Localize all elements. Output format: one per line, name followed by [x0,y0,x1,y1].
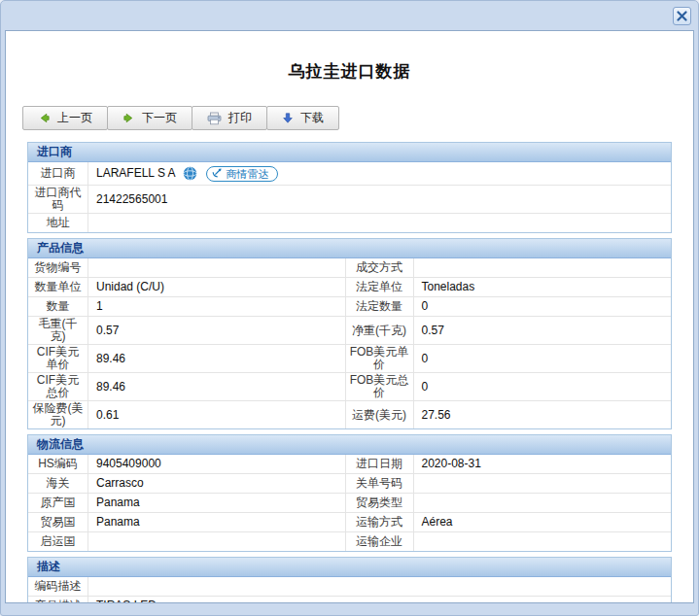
field-value [414,532,672,551]
button-label: 打印 [228,110,252,126]
field-label: 毛重(千克) [28,317,88,344]
field-label: 数量 [28,297,88,316]
field-label: 海关 [28,474,88,493]
field-value: 0.57 [414,317,672,344]
field-label: 法定单位 [345,278,414,296]
section-header-description: 描述 [28,558,671,577]
field-value: 0.61 [88,401,346,428]
field-label: FOB美元总价 [345,373,414,400]
button-label: 下一页 [142,110,177,126]
field-label: 贸易类型 [345,494,414,512]
table-row: 数量1法定数量0 [28,296,671,316]
dialog-content: 乌拉圭进口数据 上一页 下一页 [5,30,694,603]
table-row: 原产国Panama贸易类型 [28,493,671,512]
table-row: CIF美元单价89.46FOB美元单价0 [28,344,671,372]
field-value [88,532,346,551]
field-label: CIF美元总价 [28,373,88,400]
table-row: 数量单位Unidad (C/U)法定单位Toneladas [28,277,671,296]
table-row: 产品描述TIRAS LED [28,596,671,603]
section-header-product: 产品信息 [28,239,671,258]
table-row: 进口商代码21422565001 [28,185,671,213]
field-label: 法定数量 [345,297,414,316]
field-value: 2020-08-31 [414,455,672,473]
table-row: 贸易国Panama运输方式Aérea [28,512,671,531]
toolbar: 上一页 下一页 打印 [22,106,693,130]
printer-icon [207,112,222,125]
field-value [414,494,672,512]
field-label: 产品描述 [28,597,88,603]
field-value: 0.57 [88,317,346,344]
section-logistics-info: 物流信息 HS编码9405409000进口日期2020-08-31海关Carra… [27,434,672,552]
field-value: 0 [414,373,672,400]
section-header-importer: 进口商 [28,143,671,162]
field-value: Aérea [414,513,672,531]
field-value: 1 [88,297,346,316]
field-value [414,474,672,493]
field-value: Carrasco [88,474,346,493]
field-label: 进口商 [28,162,88,185]
table-row: HS编码9405409000进口日期2020-08-31 [28,455,671,473]
download-button[interactable]: 下载 [266,106,339,130]
table-row: CIF美元总价89.46FOB美元总价0 [28,372,671,400]
field-label: 运输企业 [345,532,414,551]
section-header-logistics: 物流信息 [28,435,671,455]
field-label: 数量单位 [28,278,88,296]
section-importer: 进口商 进口商LARAFELL S A商情雷达进口商代码21422565001地… [27,142,672,233]
field-value: 9405409000 [88,455,346,473]
business-radar-badge[interactable]: 商情雷达 [206,166,278,182]
field-value: Panama [88,513,346,531]
section-description: 描述 编码描述产品描述TIRAS LED [27,557,672,603]
field-label: 编码描述 [28,577,88,596]
field-label: 成交方式 [345,258,414,277]
table-row: 进口商LARAFELL S A商情雷达 [28,162,671,185]
field-label: 贸易国 [28,513,88,531]
close-button[interactable] [673,7,691,25]
field-label: 原产国 [28,494,88,512]
field-value [88,577,671,596]
field-value: TIRAS LED [88,597,671,603]
field-label: 净重(千克) [345,317,414,344]
field-value [88,258,346,277]
arrow-right-icon [122,112,135,124]
arrow-left-icon [38,112,51,124]
globe-icon[interactable] [183,166,197,181]
field-value: Toneladas [414,278,672,296]
field-value: 89.46 [88,373,346,400]
field-value: 27.56 [414,401,672,428]
button-label: 下载 [300,110,324,126]
data-sections: 进口商 进口商LARAFELL S A商情雷达进口商代码21422565001地… [27,142,672,603]
table-row: 毛重(千克)0.57净重(千克)0.57 [28,316,671,344]
field-label: 进口日期 [345,455,414,473]
field-label: 保险费(美元) [28,401,88,428]
field-label: 货物编号 [28,258,88,277]
next-page-button[interactable]: 下一页 [107,106,192,130]
page-title: 乌拉圭进口数据 [6,60,693,83]
field-value: Unidad (C/U) [88,278,346,296]
field-value: 21422565001 [88,186,671,213]
badge-label: 商情雷达 [227,167,269,181]
field-label: 运费(美元) [345,401,414,428]
field-label: FOB美元单价 [345,345,414,372]
table-row: 海关Carrasco关单号码 [28,473,671,493]
field-label: 进口商代码 [28,186,88,213]
field-label: HS编码 [28,455,88,473]
field-value [414,258,672,277]
table-row: 启运国运输企业 [28,531,671,551]
radar-icon [212,166,224,181]
table-row: 货物编号成交方式 [28,258,671,277]
field-label: 地址 [28,214,88,232]
field-label: CIF美元单价 [28,345,88,372]
field-value: 0 [414,345,672,372]
dialog: 乌拉圭进口数据 上一页 下一页 [0,0,699,616]
print-button[interactable]: 打印 [192,106,267,130]
section-product-info: 产品信息 货物编号成交方式数量单位Unidad (C/U)法定单位Tonelad… [27,238,672,429]
table-row: 地址 [28,213,671,232]
field-label: 运输方式 [345,513,414,531]
prev-page-button[interactable]: 上一页 [22,106,108,130]
field-label: 关单号码 [345,474,414,493]
field-value: 89.46 [88,345,346,372]
close-icon [677,11,687,21]
field-value: LARAFELL S A商情雷达 [88,162,671,185]
field-value: 0 [414,297,672,316]
field-value [88,214,671,232]
